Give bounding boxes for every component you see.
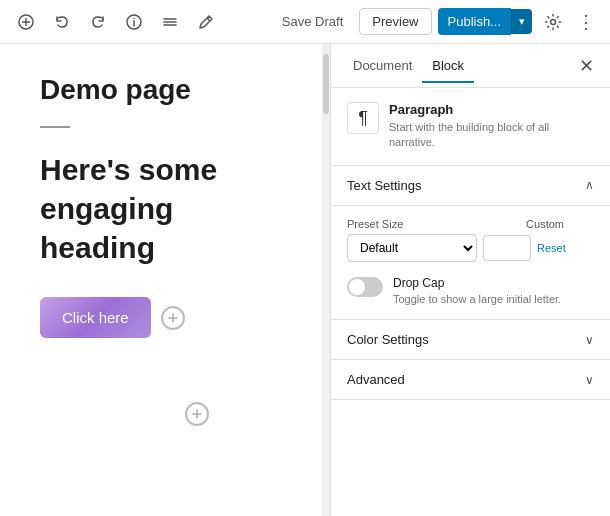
heading-block: Here's some engaging heading xyxy=(40,150,282,267)
toolbar: Save Draft Preview Publish... ▾ ⋮ xyxy=(0,0,610,44)
heading-text: Here's some engaging heading xyxy=(40,150,282,267)
color-settings-title: Color Settings xyxy=(347,332,429,347)
drop-cap-label: Drop Cap xyxy=(393,276,561,290)
more-options-icon[interactable]: ⋮ xyxy=(574,10,598,34)
toolbar-right: Save Draft Preview Publish... ▾ ⋮ xyxy=(272,7,598,37)
save-draft-button[interactable]: Save Draft xyxy=(272,8,353,35)
svg-point-10 xyxy=(551,19,556,24)
text-settings-chevron-icon xyxy=(585,178,594,192)
reset-button[interactable]: Reset xyxy=(537,242,566,254)
preset-size-row: Default Small Medium Large Extra Large R… xyxy=(347,234,594,262)
preview-button[interactable]: Preview xyxy=(359,8,431,35)
block-type-section: ¶ Paragraph Start with the building bloc… xyxy=(331,88,610,166)
advanced-section-header[interactable]: Advanced xyxy=(331,360,610,400)
page-title: Demo page xyxy=(40,74,282,106)
publish-dropdown-button[interactable]: ▾ xyxy=(511,9,532,34)
sidebar-tabs-header: Document Block ✕ xyxy=(331,44,610,88)
advanced-chevron-icon xyxy=(585,373,594,387)
color-settings-chevron-icon xyxy=(585,333,594,347)
drop-cap-toggle-knob xyxy=(349,279,365,295)
drop-cap-description: Toggle to show a large initial letter. xyxy=(393,292,561,307)
publish-button[interactable]: Publish... xyxy=(438,8,511,35)
paragraph-icon: ¶ xyxy=(347,102,379,134)
custom-size-input[interactable] xyxy=(483,235,531,261)
list-icon[interactable] xyxy=(156,8,184,36)
click-here-button[interactable]: Click here xyxy=(40,297,151,338)
svg-line-9 xyxy=(207,18,210,21)
undo-icon[interactable] xyxy=(48,8,76,36)
tab-block[interactable]: Block xyxy=(422,50,474,83)
add-center-block-icon[interactable] xyxy=(185,402,209,426)
divider xyxy=(40,126,70,128)
editor-area[interactable]: Demo page Here's some engaging heading C… xyxy=(0,44,322,516)
text-settings-header[interactable]: Text Settings xyxy=(331,166,610,206)
preset-size-select[interactable]: Default Small Medium Large Extra Large xyxy=(347,234,477,262)
block-type-name: Paragraph xyxy=(389,102,594,117)
text-settings-content: Preset Size Custom Default Small Medium … xyxy=(331,206,610,320)
settings-icon[interactable] xyxy=(538,7,568,37)
add-after-button-icon[interactable] xyxy=(161,306,185,330)
drop-cap-info: Drop Cap Toggle to show a large initial … xyxy=(393,276,561,307)
text-settings-title: Text Settings xyxy=(347,178,421,193)
block-type-info: Paragraph Start with the building block … xyxy=(389,102,594,151)
main-layout: Demo page Here's some engaging heading C… xyxy=(0,44,610,516)
block-type-description: Start with the building block of all nar… xyxy=(389,120,594,151)
redo-icon[interactable] xyxy=(84,8,112,36)
svg-point-5 xyxy=(133,17,135,19)
close-sidebar-icon[interactable]: ✕ xyxy=(574,54,598,78)
editor-scrollbar[interactable] xyxy=(322,44,330,516)
info-icon[interactable] xyxy=(120,8,148,36)
sidebar-panel: Document Block ✕ ¶ Paragraph Start with … xyxy=(330,44,610,516)
toolbar-left xyxy=(12,8,220,36)
editor-scrollbar-thumb xyxy=(323,54,329,114)
preset-size-label: Preset Size xyxy=(347,218,526,230)
add-block-icon[interactable] xyxy=(12,8,40,36)
color-settings-header[interactable]: Color Settings xyxy=(331,320,610,360)
drop-cap-toggle[interactable] xyxy=(347,277,383,297)
edit-icon[interactable] xyxy=(192,8,220,36)
sidebar-content: ¶ Paragraph Start with the building bloc… xyxy=(331,88,610,516)
custom-label: Custom xyxy=(526,218,564,230)
button-block: Click here xyxy=(40,297,282,338)
advanced-title: Advanced xyxy=(347,372,405,387)
tab-document[interactable]: Document xyxy=(343,50,422,83)
